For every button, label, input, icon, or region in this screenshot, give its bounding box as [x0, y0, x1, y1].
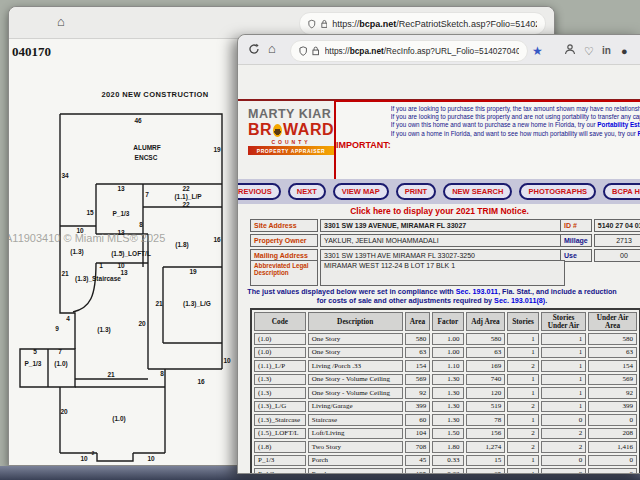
- table-cell: One Story - Volume Ceiling: [308, 374, 403, 386]
- table-row: ID # 5140 27 04 0170: [560, 219, 640, 232]
- home-icon[interactable]: ⌂: [57, 13, 65, 31]
- browser-toolbar: ⌂ https://bcpa.net/RecInfo.asp?URL_Folio…: [238, 35, 640, 65]
- nav-button-print[interactable]: PRINT: [396, 183, 437, 200]
- table-cell: 156: [466, 428, 506, 440]
- nav-button-photographs[interactable]: PHOTOGRAPHS: [519, 183, 596, 200]
- sketch-label: 8: [139, 221, 143, 228]
- sketch-label: 16: [197, 378, 204, 385]
- property-owner-value: YAKLUR, JEELANI MOHAMMADALI: [320, 234, 565, 247]
- sketch-label: (1.3)_Staircase: [75, 275, 121, 282]
- important-text-line: If you are looking to purchase this prop…: [391, 105, 639, 113]
- table-cell: 399: [588, 401, 637, 413]
- sketch-label: (1.0): [112, 415, 125, 422]
- table-cell: 1.30: [432, 387, 463, 399]
- sketch-label: 1: [99, 262, 103, 269]
- table-row: P_1/3Porch450.3315100: [254, 455, 637, 467]
- reload-icon[interactable]: [248, 43, 260, 55]
- recinfo-browser-window[interactable]: ⌂ https://bcpa.net/RecInfo.asp?URL_Folio…: [237, 34, 640, 474]
- table-cell: 1.50: [432, 428, 463, 440]
- inline-link[interactable]: Sec. 193.011(8): [494, 296, 545, 305]
- nav-button-bcpa-home[interactable]: BCPA HOME: [603, 183, 640, 200]
- table-row: Property Owner YAKLUR, JEELANI MOHAMMADA…: [250, 234, 565, 247]
- column-header: Description: [308, 312, 403, 331]
- url-text: https://bcpa.net/RecInfo.asp?URL_Folio=5…: [325, 46, 519, 56]
- table-row: Site Address 3301 SW 139 AVENUE, MIRAMAR…: [250, 219, 565, 232]
- table-cell: 580: [405, 333, 431, 345]
- url-prefix: https://: [325, 46, 350, 56]
- table-cell: 1: [507, 455, 538, 467]
- table-cell: 195: [405, 468, 431, 473]
- address-bar[interactable]: https://bcpa.net/RecPatriotSketch.asp?Fo…: [299, 12, 546, 35]
- table-cell: Staircase: [308, 414, 403, 426]
- use-value: 00: [594, 249, 640, 262]
- sketch-label: 22: [182, 185, 189, 192]
- sketch-label: 4: [66, 315, 70, 322]
- table-cell: 708: [405, 441, 431, 453]
- sketch-label: 10: [80, 455, 87, 462]
- sketch-label: 22: [182, 201, 189, 208]
- table-cell: 0: [588, 455, 637, 467]
- table-cell: Living/Garage: [308, 401, 403, 413]
- favorites-heart-icon[interactable]: ♡: [584, 42, 594, 60]
- shield-icon: [308, 19, 316, 29]
- url-path: /RecInfo.asp?URL_Folio=514027040170: [384, 46, 519, 56]
- nav-button-new-search[interactable]: NEW SEARCH: [443, 183, 512, 200]
- url-path: /RecPatriotSketch.asp?Folio=514027040170: [396, 19, 537, 29]
- important-text-line: If you are looking to purchase this prop…: [391, 113, 639, 121]
- table-cell: 1,274: [466, 441, 506, 453]
- trim-notice-link[interactable]: Click here to display your 2021 TRIM Not…: [238, 206, 640, 216]
- sketch-label: 2020 NEW CONSTRUCTION: [101, 90, 208, 99]
- id-millage-use-table: ID # 5140 27 04 0170 Millage 2713 Use 00: [558, 217, 640, 264]
- column-header: Factor: [432, 312, 463, 331]
- table-row: Millage 2713: [560, 234, 640, 247]
- table-cell: (1.3): [254, 374, 306, 386]
- linkedin-icon[interactable]: in: [602, 42, 611, 60]
- table-cell: 0: [541, 455, 586, 467]
- sketch-label: 10: [117, 262, 124, 269]
- table-cell: 1: [541, 401, 586, 413]
- table-row: P_1/3Porch1950.3365100: [254, 468, 637, 473]
- home-icon[interactable]: ⌂: [268, 40, 276, 58]
- table-cell: 1: [541, 333, 586, 345]
- table-cell: 0: [588, 468, 637, 473]
- nav-button-previous[interactable]: PREVIOUS: [238, 183, 281, 200]
- table-cell: 0: [541, 414, 586, 426]
- table-cell: 1,416: [588, 441, 637, 453]
- table-cell: 740: [466, 374, 506, 386]
- sketch-label: P_1/3: [25, 360, 42, 367]
- lock-icon: [312, 46, 319, 56]
- address-bar[interactable]: https://bcpa.net/RecInfo.asp?URL_Folio=5…: [290, 40, 528, 62]
- table-cell: 1: [541, 347, 586, 359]
- table-row: (1.3)_StaircaseStaircase601.3078100: [254, 414, 637, 426]
- desktop: ⌂ https://bcpa.net/RecPatriotSketch.asp?…: [0, 0, 640, 480]
- sketch-label: 21: [155, 300, 162, 307]
- nav-button-next[interactable]: NEXT: [288, 183, 326, 200]
- bookmark-star-icon[interactable]: ★: [532, 42, 543, 60]
- table-cell: 78: [466, 414, 506, 426]
- inline-link[interactable]: Sec. 193.011: [456, 287, 498, 296]
- table-cell: 65: [466, 468, 506, 473]
- inline-text: The just values displayed below were set…: [247, 287, 456, 296]
- nav-button-row: PREVIOUSNEXTVIEW MAPPRINTNEW SEARCHPHOTO…: [238, 179, 640, 204]
- table-cell: 1: [541, 360, 586, 372]
- nav-button-view-map[interactable]: VIEW MAP: [333, 183, 389, 200]
- url-prefix: https://: [332, 19, 359, 29]
- table-cell: 120: [466, 387, 506, 399]
- logo-broward: BRWARD: [248, 121, 334, 139]
- table-cell: 104: [405, 428, 431, 440]
- profile-icon[interactable]: [564, 43, 576, 55]
- table-row: (1.8)Two Story7081.801,274221,416: [254, 441, 637, 453]
- site-address-value[interactable]: 3301 SW 139 AVENUE, MIRAMAR FL 33027: [320, 219, 565, 232]
- inline-link[interactable]: Portability Estimator: [597, 121, 640, 128]
- table-cell: 0: [588, 414, 637, 426]
- table-cell: (1.3): [254, 387, 306, 399]
- table-cell: 208: [588, 428, 637, 440]
- sketch-label: 21: [107, 371, 114, 378]
- extension-circle-icon[interactable]: ●: [621, 42, 628, 60]
- sketch-label: 10: [147, 455, 154, 462]
- sketch-label: (1.3)_L/G: [183, 300, 211, 307]
- table-cell: 569: [405, 374, 431, 386]
- logo-property-appraiser: PROPERTY APPRAISER: [248, 146, 334, 155]
- table-cell: 45: [405, 455, 431, 467]
- table-cell: One Story: [308, 347, 403, 359]
